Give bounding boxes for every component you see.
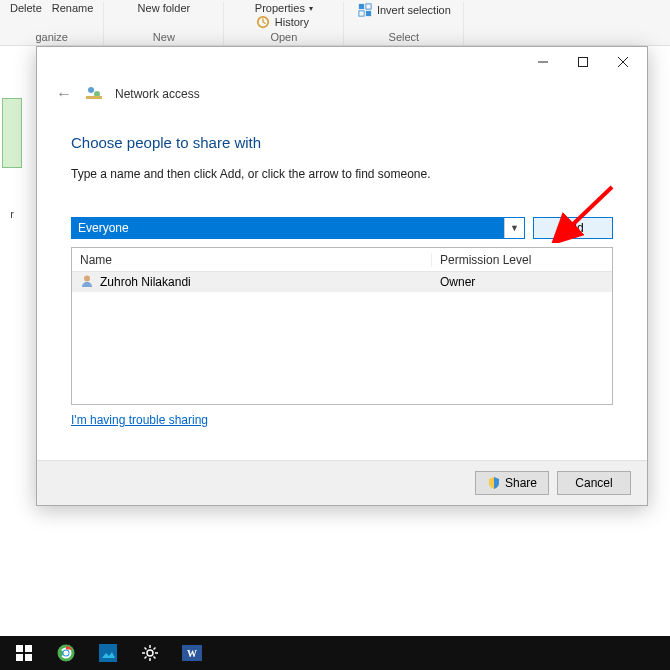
svg-line-28 bbox=[145, 648, 147, 650]
ribbon-history[interactable]: History bbox=[255, 14, 309, 30]
ribbon-group-organize: Delete Rename ganize bbox=[0, 2, 104, 45]
dialog-titlebar bbox=[37, 47, 647, 77]
user-icon bbox=[80, 274, 94, 291]
combobox-dropdown-button[interactable]: ▼ bbox=[504, 218, 524, 238]
ribbon: Delete Rename ganize New folder New Prop… bbox=[0, 0, 670, 46]
ribbon-new-folder[interactable]: New folder bbox=[138, 2, 191, 14]
taskbar: W bbox=[0, 636, 670, 670]
row-permission: Owner bbox=[432, 275, 612, 289]
ribbon-group-label-organize: ganize bbox=[35, 31, 67, 45]
add-button[interactable]: Add bbox=[533, 217, 613, 239]
chrome-icon bbox=[57, 644, 75, 662]
photos-icon bbox=[99, 644, 117, 662]
windows-icon bbox=[16, 645, 32, 661]
taskbar-chrome[interactable] bbox=[46, 638, 86, 668]
svg-line-31 bbox=[154, 648, 156, 650]
dialog-footer: Share Cancel bbox=[37, 460, 647, 505]
svg-rect-16 bbox=[16, 654, 23, 661]
close-icon bbox=[618, 57, 628, 67]
taskbar-word[interactable]: W bbox=[172, 638, 212, 668]
maximize-icon bbox=[578, 57, 588, 67]
svg-rect-3 bbox=[366, 4, 371, 9]
svg-rect-4 bbox=[359, 11, 364, 16]
ribbon-properties[interactable]: Properties▾ bbox=[255, 2, 313, 14]
svg-rect-15 bbox=[25, 645, 32, 652]
table-row[interactable]: Zuhroh Nilakandi Owner bbox=[72, 272, 612, 292]
invert-selection-icon bbox=[357, 2, 373, 18]
dialog-title: Network access bbox=[115, 87, 200, 101]
ribbon-group-new: New folder New bbox=[104, 2, 224, 45]
svg-line-30 bbox=[145, 657, 147, 659]
people-input[interactable] bbox=[72, 218, 504, 238]
left-panel-file-preview: r bbox=[0, 80, 24, 190]
network-access-dialog: ← Network access Choose people to share … bbox=[36, 46, 648, 506]
ribbon-group-open: Properties▾ History Open bbox=[224, 2, 344, 45]
svg-line-29 bbox=[154, 657, 156, 659]
people-combobox[interactable]: ▼ bbox=[71, 217, 525, 239]
share-table: Name Permission Level Zuhroh Nilakandi O… bbox=[71, 247, 613, 405]
svg-rect-14 bbox=[16, 645, 23, 652]
svg-rect-17 bbox=[25, 654, 32, 661]
ribbon-delete[interactable]: Delete bbox=[10, 2, 42, 14]
svg-point-12 bbox=[84, 275, 90, 281]
shield-icon bbox=[487, 476, 501, 490]
svg-point-9 bbox=[88, 87, 94, 93]
minimize-button[interactable] bbox=[523, 48, 563, 76]
row-name: Zuhroh Nilakandi bbox=[100, 275, 191, 289]
svg-text:W: W bbox=[187, 648, 197, 659]
chevron-down-icon: ▼ bbox=[510, 223, 519, 233]
network-icon bbox=[85, 83, 103, 104]
ribbon-group-label-open: Open bbox=[270, 31, 297, 45]
svg-rect-11 bbox=[86, 96, 102, 99]
svg-rect-22 bbox=[99, 644, 117, 662]
column-permission[interactable]: Permission Level bbox=[432, 253, 612, 267]
word-icon: W bbox=[182, 645, 202, 661]
ribbon-group-label-new: New bbox=[153, 31, 175, 45]
ribbon-group-select: Invert selection Select bbox=[344, 2, 464, 45]
start-button[interactable] bbox=[4, 638, 44, 668]
taskbar-settings[interactable] bbox=[130, 638, 170, 668]
ribbon-rename[interactable]: Rename bbox=[52, 2, 94, 14]
dialog-header: ← Network access bbox=[37, 77, 647, 114]
svg-rect-6 bbox=[579, 58, 588, 67]
trouble-sharing-link[interactable]: I'm having trouble sharing bbox=[71, 413, 208, 427]
cancel-button[interactable]: Cancel bbox=[557, 471, 631, 495]
dialog-heading: Choose people to share with bbox=[71, 134, 613, 151]
gear-icon bbox=[142, 645, 158, 661]
back-arrow-icon[interactable]: ← bbox=[55, 85, 73, 103]
svg-point-23 bbox=[147, 650, 153, 656]
taskbar-photos[interactable] bbox=[88, 638, 128, 668]
svg-point-21 bbox=[64, 651, 69, 656]
svg-rect-1 bbox=[359, 4, 364, 9]
table-header: Name Permission Level bbox=[72, 248, 612, 272]
dialog-subtext: Type a name and then click Add, or click… bbox=[71, 167, 613, 181]
ribbon-group-label-select: Select bbox=[389, 31, 420, 45]
history-icon bbox=[255, 14, 271, 30]
ribbon-invert-selection[interactable]: Invert selection bbox=[357, 2, 451, 18]
share-button[interactable]: Share bbox=[475, 471, 549, 495]
column-name[interactable]: Name bbox=[72, 253, 432, 267]
close-button[interactable] bbox=[603, 48, 643, 76]
minimize-icon bbox=[538, 57, 548, 67]
maximize-button[interactable] bbox=[563, 48, 603, 76]
svg-rect-2 bbox=[366, 11, 371, 16]
